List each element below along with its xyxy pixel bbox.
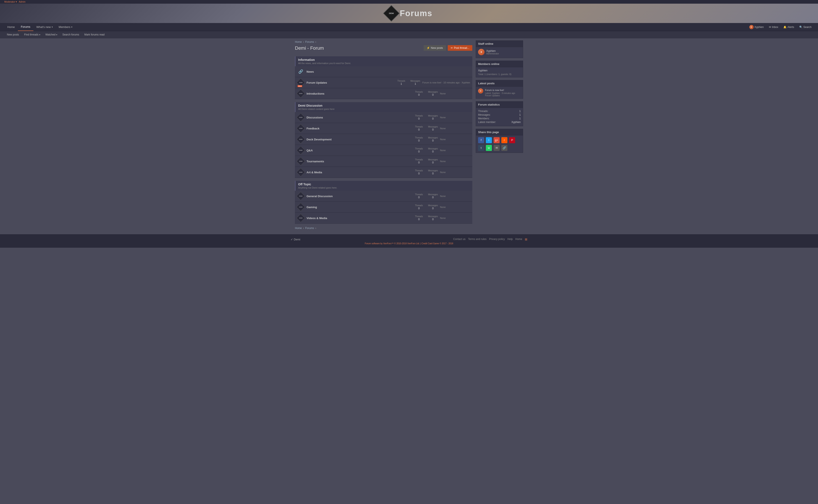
footer-terms[interactable]: Terms and rules <box>468 238 486 241</box>
forum-row[interactable]: DEMI Deck Development Threads 0 Messages… <box>295 134 472 145</box>
messages-stat: Messages 0 <box>428 169 438 175</box>
new-posts-button[interactable]: ⚡ New posts <box>424 45 446 51</box>
forum-row[interactable]: DEMI Videos & Media Threads 0 Messages 0… <box>295 213 472 224</box>
nav-members[interactable]: Members ▾ <box>56 23 75 31</box>
messages-stat: Messages 0 <box>428 148 438 153</box>
footer-privacy[interactable]: Privacy policy <box>489 238 505 241</box>
forum-row[interactable]: DEMI Discussions Threads 0 Messages 0 No… <box>295 112 472 123</box>
footer-contact-us[interactable]: Contact us <box>453 238 465 241</box>
latest-post-meta: Latest: Xyphien · 3 minutes ago <box>485 92 515 94</box>
footer-breadcrumb-forums[interactable]: Forums <box>305 227 314 230</box>
demi-diamond-icon: DEMI <box>297 124 305 133</box>
forum-last-post: None <box>440 195 470 197</box>
sub-nav-watched[interactable]: Watched ▾ <box>43 32 60 37</box>
footer-breadcrumb-home[interactable]: Home <box>295 227 302 230</box>
forum-name[interactable]: Introductions <box>307 92 413 95</box>
forum-icon: DEMI <box>297 158 304 165</box>
forum-row[interactable]: DEMI General Discussion Threads 0 Messag… <box>295 191 472 202</box>
nav-alerts[interactable]: 🔔 Alerts <box>781 24 796 30</box>
content-area: Home › Forums › Demi - Forum ⚡ New posts… <box>295 40 472 232</box>
demi-diamond-icon: DEMI <box>297 146 305 155</box>
pinterest-share-icon[interactable]: P <box>509 137 515 143</box>
forum-name[interactable]: Q&A <box>307 149 413 152</box>
sub-nav-mark-read[interactable]: Mark forums read <box>82 32 107 37</box>
latest-post-title[interactable]: Forum is now live! <box>485 88 515 92</box>
forum-name[interactable]: Videos & Media <box>307 217 413 220</box>
nav-inbox[interactable]: ✉ Inbox <box>767 24 780 30</box>
footer-checkmark-icon: ✓ <box>291 238 293 241</box>
forum-row[interactable]: 🔗 News <box>295 66 472 77</box>
whatsapp-share-icon[interactable]: w <box>486 145 492 151</box>
facebook-share-icon[interactable]: f <box>478 137 484 143</box>
reddit-share-icon[interactable]: r <box>501 137 507 143</box>
moderator-link[interactable]: Moderator ▾ <box>4 0 17 3</box>
messages-stat: Messages 0 <box>428 115 438 120</box>
new-badge: NEW <box>298 85 302 87</box>
admin-link[interactable]: Admin <box>19 0 25 3</box>
forum-row[interactable]: DEMI Q&A Threads 0 Messages 0 None <box>295 145 472 156</box>
forum-name[interactable]: Gaming <box>307 206 413 209</box>
forum-icon: DEMI <box>297 125 304 132</box>
members-online-box: Members online Xyphien Total: 1 (members… <box>476 61 523 77</box>
latest-posts-box: Latest posts X Forum is now live! Latest… <box>476 80 523 99</box>
rss-icon[interactable]: ⊞ <box>525 238 527 241</box>
threads-stat: Threads 0 <box>415 91 423 96</box>
nav-whats-new[interactable]: What's new ▾ <box>33 23 56 31</box>
nav-forums[interactable]: Forums <box>18 23 33 31</box>
stat-threads: Threads: 1 <box>478 110 521 113</box>
forum-name[interactable]: Art & Media <box>307 171 413 174</box>
forum-name[interactable]: Feedback <box>307 127 413 130</box>
breadcrumb-home[interactable]: Home <box>295 40 302 43</box>
stat-messages-value: 1 <box>519 113 521 116</box>
forum-name[interactable]: Deck Development <box>307 138 413 141</box>
section-title-1: Demi Discussion <box>298 104 470 107</box>
forum-name[interactable]: Tournaments <box>307 160 413 163</box>
nav-home[interactable]: Home <box>4 23 18 31</box>
forum-row[interactable]: DEMI Gaming Threads 0 Messages 0 None <box>295 202 472 213</box>
forum-row[interactable]: DEMI Tournaments Threads 0 Messages 0 No… <box>295 156 472 167</box>
forum-info: Introductions <box>307 92 413 95</box>
sub-nav-new-posts[interactable]: New posts <box>4 32 22 37</box>
forum-section-0: Information All the news, and informatio… <box>295 56 472 99</box>
share-title: Share this page <box>476 129 523 135</box>
breadcrumb-forums[interactable]: Forums <box>305 40 314 43</box>
sub-nav-find-threads[interactable]: Find threads ▾ <box>22 32 43 37</box>
forum-last-post: None <box>440 217 470 219</box>
sub-nav-search-forums[interactable]: Search forums <box>60 32 82 37</box>
forum-stats: Threads 0 Messages 0 <box>415 204 438 210</box>
tumblr-share-icon[interactable]: t <box>478 145 484 151</box>
main-container: Home › Forums › Demi - Forum ⚡ New posts… <box>291 38 527 234</box>
forum-icon: DEMI <box>297 192 304 200</box>
latest-post-item: X Forum is now live! Latest: Xyphien · 3… <box>478 88 521 97</box>
email-share-icon[interactable]: ✉ <box>494 145 500 151</box>
post-thread-button[interactable]: ✏ Post thread... <box>448 45 472 51</box>
twitter-share-icon[interactable]: t <box>486 137 492 143</box>
footer-home[interactable]: Home <box>515 238 522 241</box>
main-nav: Home Forums What's new ▾ Members ▾ X Xyp… <box>0 23 818 31</box>
googleplus-share-icon[interactable]: g+ <box>494 137 500 143</box>
forum-name[interactable]: News <box>307 70 470 73</box>
nav-left: Home Forums What's new ▾ Members ▾ <box>4 23 75 31</box>
stat-members: Members: 1 <box>478 117 521 120</box>
nav-search[interactable]: 🔍 Search <box>797 24 814 30</box>
forum-name[interactable]: General Discussion <box>307 195 413 198</box>
members-online-name: Xyphien <box>478 69 521 72</box>
link-share-icon[interactable]: 🔗 <box>501 145 507 151</box>
logo-text: DEMI <box>389 12 394 15</box>
forum-row[interactable]: DEMI Feedback Threads 0 Messages 0 None <box>295 123 472 134</box>
forum-row[interactable]: DEMI NEW Forum Updates Threads 1 Message… <box>295 77 472 88</box>
nav-user[interactable]: X Xyphien <box>747 23 766 31</box>
forum-name[interactable]: Forum Updates <box>307 81 395 84</box>
messages-stat: Messages 0 <box>428 193 438 199</box>
staff-online-box: Staff online X Xyphien Administrator <box>476 40 523 58</box>
forum-name[interactable]: Discussions <box>307 116 413 119</box>
footer-help[interactable]: Help <box>507 238 513 241</box>
forum-icon: DEMI <box>297 147 304 154</box>
forum-last-post: None <box>440 171 470 174</box>
demi-diamond-icon: DEMI <box>297 135 305 144</box>
forum-row[interactable]: DEMI Introductions Threads 0 Messages 0 … <box>295 88 472 99</box>
forum-section-2: Off Topic Anything not Demi related goes… <box>295 181 472 224</box>
latest-posts-title: Latest posts <box>476 80 523 87</box>
forum-row[interactable]: DEMI Art & Media Threads 0 Messages 0 No… <box>295 167 472 178</box>
forum-icon: DEMI <box>297 214 304 222</box>
